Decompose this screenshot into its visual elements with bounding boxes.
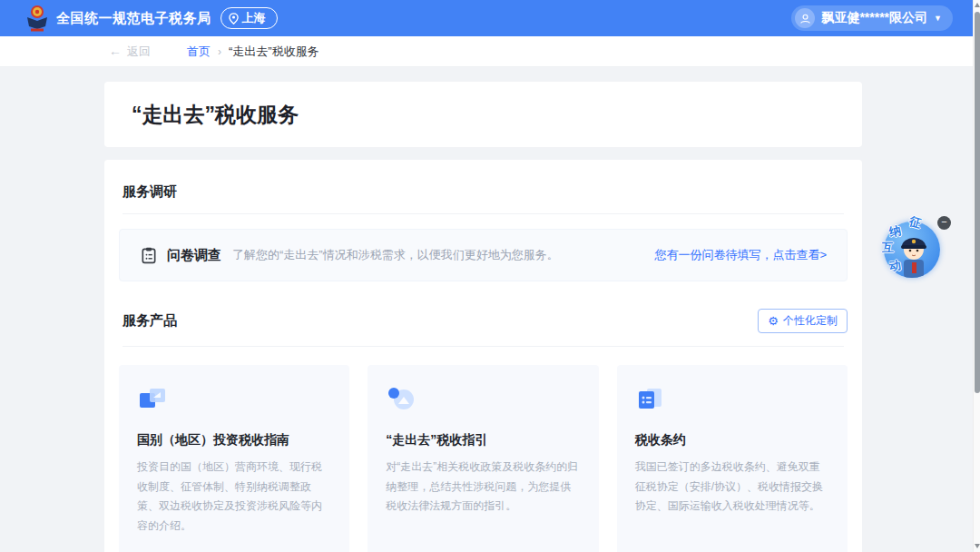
questionnaire-card[interactable]: 问卷调查 了解您的“走出去”情况和涉税需求，以便我们更好地为您服务。 您有一份问…: [119, 229, 848, 281]
treaty-document-icon: [635, 385, 666, 416]
breadcrumb-separator: ›: [218, 45, 221, 58]
breadcrumb-current: “走出去”税收服务: [229, 44, 319, 60]
card-country-investment-tax-guide[interactable]: 国别（地区）投资税收指南 投资目的国（地区）营商环境、现行税收制度、征管体制、特…: [119, 365, 349, 552]
card-going-global-tax-guidelines[interactable]: “走出去”税收指引 对“走出去”相关税收政策及税收条约的归纳整理，总结共性涉税问…: [368, 365, 598, 552]
card-desc: 对“走出去”相关税收政策及税收条约的归纳整理，总结共性涉税问题，为您提供税收法律…: [386, 458, 580, 517]
scrollbar-thumb[interactable]: [975, 12, 980, 393]
widget-minimize-button[interactable]: −: [937, 216, 951, 230]
scroll-up-arrow-icon[interactable]: [975, 3, 980, 7]
widget-char-hu: 互: [882, 240, 894, 256]
pie-circles-icon: [386, 385, 416, 416]
card-desc: 我国已签订的多边税收条约、避免双重征税协定（安排/协议）、税收情报交换协定、国际…: [635, 458, 829, 517]
back-arrow-icon: ←: [109, 44, 122, 58]
product-cards-grid: 国别（地区）投资税收指南 投资目的国（地区）营商环境、现行税收制度、征管体制、特…: [119, 365, 848, 552]
location-pin-icon: [229, 13, 239, 25]
widget-char-dong: 动: [888, 257, 902, 275]
divider: [122, 346, 844, 347]
page-title-panel: “走出去”税收服务: [104, 82, 862, 147]
scroll-down-arrow-icon[interactable]: [975, 544, 980, 548]
tax-interaction-widget[interactable]: 征 纳 互 动 −: [878, 216, 951, 289]
questionnaire-link[interactable]: 您有一份问卷待填写，点击查看>: [654, 247, 827, 263]
location-label: 上海: [242, 10, 266, 26]
clipboard-icon: [140, 246, 158, 264]
app-header: 全国统一规范电子税务局 上海 飘亚健******限公司 ▼: [0, 0, 980, 36]
card-title: 国别（地区）投资税收指南: [137, 432, 331, 448]
card-tax-treaties[interactable]: 税收条约 我国已签订的多边税收条约、避免双重征税协定（安排/协议）、税收情报交换…: [617, 365, 848, 552]
chevron-down-icon: ▼: [934, 14, 942, 23]
card-title: “走出去”税收指引: [386, 432, 580, 448]
location-selector[interactable]: 上海: [220, 7, 278, 29]
tax-bureau-logo-icon: [25, 5, 49, 32]
user-menu[interactable]: 飘亚健******限公司 ▼: [791, 5, 953, 31]
products-section-heading: 服务产品: [122, 312, 177, 330]
user-avatar: [795, 8, 815, 28]
divider: [122, 213, 844, 214]
breadcrumb-home[interactable]: 首页: [187, 44, 211, 60]
survey-section-heading: 服务调研: [122, 183, 844, 201]
questionnaire-desc: 了解您的“走出去”情况和涉税需求，以便我们更好地为您服务。: [232, 247, 654, 263]
main-panel: 服务调研 问卷调查 了解您的“走出去”情况和涉税需求，以便我们更好地为您服务。 …: [104, 160, 862, 552]
vertical-scrollbar[interactable]: [973, 0, 980, 552]
documents-icon: [137, 385, 168, 416]
questionnaire-title: 问卷调查: [167, 247, 221, 264]
app-title: 全国统一规范电子税务局: [56, 10, 211, 27]
gear-icon: ⚙: [768, 315, 779, 327]
card-desc: 投资目的国（地区）营商环境、现行税收制度、征管体制、特别纳税调整政策、双边税收协…: [137, 458, 331, 536]
user-name: 飘亚健******限公司: [821, 10, 927, 26]
back-button[interactable]: ←返回: [109, 44, 151, 60]
breadcrumb: ←返回 首页 › “走出去”税收服务: [0, 36, 980, 67]
personalize-button[interactable]: ⚙ 个性化定制: [758, 309, 848, 333]
page-title: “走出去”税收服务: [132, 101, 299, 129]
card-title: 税收条约: [635, 432, 829, 448]
